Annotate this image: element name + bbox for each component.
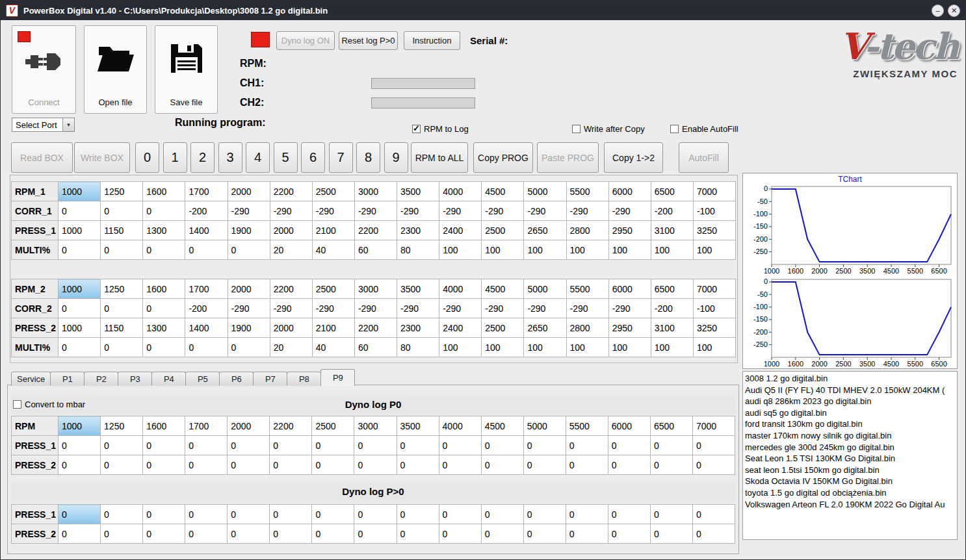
file-list-item[interactable]: master 170km nowy silnik go digital.bin [745,430,957,442]
table-cell[interactable]: 0 [692,455,735,475]
tab-p8[interactable]: P8 [287,372,321,386]
tab-p2[interactable]: P2 [84,372,118,386]
table-cell[interactable]: 2000 [228,182,270,201]
table-cell[interactable]: 0 [59,436,101,455]
table-cell[interactable]: 0 [101,455,143,475]
table-cell[interactable]: 0 [397,436,439,455]
convert-to-mbar-checkbox[interactable]: Convert to mbar [13,400,85,409]
table-cell[interactable]: 0 [566,505,608,524]
file-list-item[interactable]: Audi Q5 II (FY FL) 40 TDI MHEV 2.0 150kW… [745,385,957,396]
table-cell[interactable]: 2950 [608,318,651,338]
table-cell[interactable]: 40 [312,338,354,357]
table-cell[interactable]: 4500 [482,182,524,201]
instruction-button[interactable]: Instruction [404,31,460,50]
table-cell[interactable]: -290 [270,201,312,221]
table-cell[interactable]: 7000 [693,279,735,299]
table-cell[interactable]: 0 [228,436,270,455]
table-cell[interactable]: 1600 [143,416,185,436]
table-cell[interactable]: 3000 [354,182,397,201]
table-cell[interactable]: 0 [185,455,228,475]
autofill-button[interactable]: AutoFill [679,142,729,173]
table-cell[interactable]: 1250 [101,182,143,201]
copy-1-to-2-button[interactable]: Copy 1->2 [604,142,663,173]
reset-log-button[interactable]: Reset log P>0 [339,31,398,50]
table-cell[interactable]: 3250 [693,221,735,240]
digit-button-8[interactable]: 8 [356,142,380,173]
table-cell[interactable]: 5500 [566,416,608,436]
table-cell[interactable]: 6500 [651,279,693,299]
table-cell[interactable]: -290 [397,201,439,221]
table-cell[interactable]: 100 [651,240,693,260]
table-cell[interactable]: 0 [481,505,523,524]
table-cell[interactable]: 2100 [312,221,354,240]
table-cell[interactable]: 100 [439,338,482,357]
table-cell[interactable]: 0 [228,240,270,260]
table-cell[interactable]: 0 [59,240,101,260]
table-cell[interactable]: 1400 [185,221,228,240]
table-cell[interactable]: 0 [439,505,481,524]
table-cell[interactable]: 100 [524,338,566,357]
table-cell[interactable]: 1300 [143,221,185,240]
file-list-item[interactable]: toyota 1.5 go digital od obciążenia.bin [745,487,957,499]
table-cell[interactable]: 0 [312,455,354,475]
table-cell[interactable]: 0 [185,505,228,524]
table-cell[interactable]: 2200 [270,279,312,299]
table-cell[interactable]: 100 [566,240,608,260]
file-list-item[interactable]: Volkswagen Arteon FL 2.0 190KM 2022 Go D… [745,499,957,511]
table-cell[interactable]: 0 [608,505,650,524]
table-cell[interactable]: 0 [439,524,481,544]
chevron-down-icon[interactable]: ▼ [62,118,74,131]
digit-button-4[interactable]: 4 [246,142,270,173]
file-list-item[interactable]: seat leon 1.5tsi 150km go digital.bin [745,465,957,476]
table-cell[interactable]: 0 [608,436,650,455]
file-list-item[interactable]: Seat Leon 1.5 TSI 130KM Go Digital.bin [745,453,957,465]
table-cell[interactable]: 100 [608,338,651,357]
file-list-item[interactable]: ford transit 130km go digital.bin [745,418,957,430]
table-cell[interactable]: 0 [650,436,692,455]
table-cell[interactable]: 2400 [439,318,482,338]
table-cell[interactable]: 0 [270,455,312,475]
table-cell[interactable]: 5000 [523,416,566,436]
table-cell[interactable]: -200 [185,201,228,221]
table-cell[interactable]: 4000 [439,279,482,299]
table-cell[interactable]: 0 [143,436,185,455]
digit-button-1[interactable]: 1 [163,142,187,173]
write-after-copy-checkbox[interactable]: Write after Copy [572,124,645,134]
table-cell[interactable]: 1000 [59,221,101,240]
table-cell[interactable]: 0 [692,436,735,455]
table-cell[interactable]: -290 [228,299,270,318]
table-cell[interactable]: -290 [566,299,608,318]
rpm-to-all-button[interactable]: RPM to ALL [411,142,468,173]
table-cell[interactable]: 3100 [651,221,693,240]
table-cell[interactable]: 0 [185,436,228,455]
table-cell[interactable]: 3250 [693,318,735,338]
table-cell[interactable]: 2300 [397,221,439,240]
table-cell[interactable]: 0 [228,524,270,544]
table-cell[interactable]: 20 [270,338,312,357]
table-cell[interactable]: 5500 [566,182,608,201]
table-cell[interactable]: 1150 [101,221,143,240]
table-cell[interactable]: 0 [101,524,143,544]
table-cell[interactable]: 0 [692,505,735,524]
table-cell[interactable]: 0 [270,436,312,455]
table-cell[interactable]: 1000 [59,279,101,299]
table-cell[interactable]: 0 [59,338,101,357]
tab-p4[interactable]: P4 [151,372,186,386]
table-cell[interactable]: 100 [482,240,524,260]
table-cell[interactable]: 0 [523,436,566,455]
table-cell[interactable]: -290 [354,299,397,318]
table-cell[interactable]: 4000 [439,182,482,201]
table-cell[interactable]: 2200 [354,318,397,338]
table-cell[interactable]: 3000 [354,279,397,299]
table-cell[interactable]: 7000 [693,182,735,201]
read-box-button[interactable]: Read BOX [11,142,73,173]
table-cell[interactable]: 2950 [608,221,651,240]
table-cell[interactable]: -290 [608,299,651,318]
table-cell[interactable]: 0 [650,455,692,475]
file-list-item[interactable]: audi q8 286km 2023 go digital.bin [745,396,957,407]
table-cell[interactable]: -290 [354,201,397,221]
table-cell[interactable]: 0 [101,201,143,221]
table-cell[interactable]: 0 [101,299,143,318]
table-cell[interactable]: 0 [354,455,397,475]
table-cell[interactable]: 100 [566,338,608,357]
